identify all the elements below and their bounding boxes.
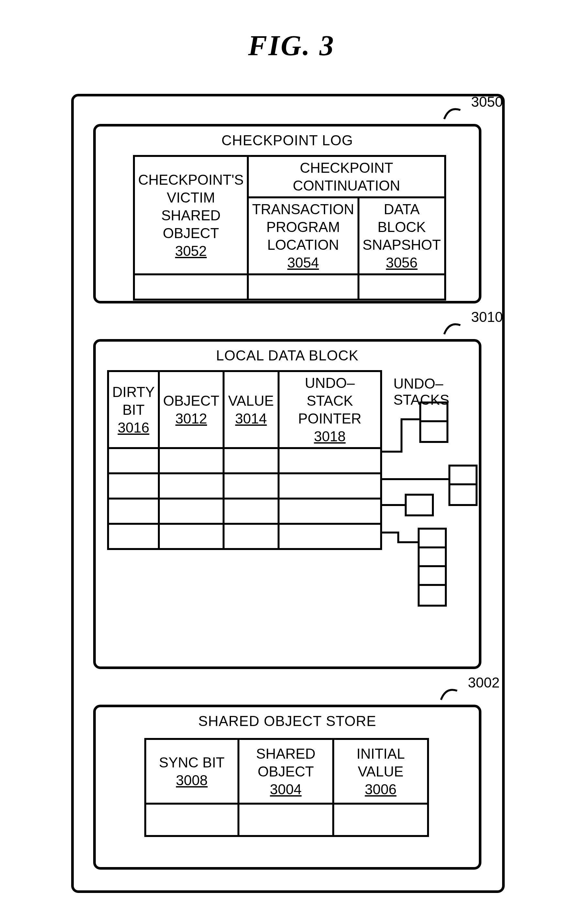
figure-title: FIG. 3 — [0, 29, 583, 62]
dirty-bit-header: DIRTY BIT 3016 — [108, 371, 159, 448]
object-label: OBJECT — [163, 393, 220, 409]
sync-bit-label: SYNC BIT — [159, 754, 225, 771]
snapshot-l3: SNAPSHOT — [363, 237, 441, 252]
victim-l3: OBJECT — [163, 225, 219, 241]
undo-ptr-l2: POINTER — [298, 411, 362, 426]
txn-loc-l1: TRANSACTION — [252, 201, 354, 217]
undo-ptr-header: UNDO–STACK POINTER 3018 — [279, 371, 381, 448]
shared-obj-ref: 3004 — [270, 781, 302, 797]
txn-loc-l2: PROGRAM — [266, 219, 340, 235]
value-ref: 3014 — [235, 411, 267, 426]
local-data-block-box: LOCAL DATA BLOCK DIRTY BIT 3016 OBJECT 3… — [93, 339, 481, 669]
checkpoint-log-row — [134, 274, 445, 300]
snapshot-l2: BLOCK — [378, 219, 426, 235]
checkpoint-log-ref: 3050 — [471, 94, 503, 110]
continuation-header: CHECKPOINT CONTINUATION — [248, 156, 445, 197]
local-data-block-table: DIRTY BIT 3016 OBJECT 3012 VALUE 3014 UN… — [107, 370, 382, 550]
sync-bit-ref: 3008 — [176, 772, 208, 788]
txn-loc-ref: 3054 — [287, 255, 319, 271]
initial-val-header: INITIAL VALUE 3006 — [333, 739, 428, 804]
local-data-block-ref: 3010 — [471, 309, 503, 325]
victim-header-cell: CHECKPOINT'S VICTIM SHARED OBJECT 3052 — [134, 156, 248, 274]
value-label: VALUE — [228, 393, 274, 409]
undo-ptr-l1: UNDO–STACK — [305, 375, 355, 409]
table-row — [108, 474, 381, 498]
table-row — [108, 448, 381, 474]
victim-l2: VICTIM SHARED — [161, 190, 220, 223]
local-data-block-title: LOCAL DATA BLOCK — [96, 348, 479, 364]
dirty-bit-ref: 3016 — [118, 420, 149, 436]
dirty-bit-l2: BIT — [122, 402, 144, 417]
shared-object-store-box: SHARED OBJECT STORE SYNC BIT 3008 SHARED… — [93, 705, 481, 870]
checkpoint-log-title: CHECKPOINT LOG — [96, 132, 479, 148]
connector-3 — [382, 497, 421, 516]
undo-ptr-ref: 3018 — [314, 428, 345, 444]
snapshot-ref: 3056 — [386, 255, 418, 271]
txn-loc-header: TRANSACTION PROGRAM LOCATION 3054 — [248, 197, 358, 274]
object-ref: 3012 — [175, 411, 207, 426]
page: FIG. 3 CHECKPOINT LOG CHECKPOINT'S VICTI… — [0, 0, 583, 924]
sync-bit-header: SYNC BIT 3008 — [145, 739, 238, 804]
connector-2 — [382, 469, 463, 489]
shared-object-store-ref: 3002 — [468, 675, 500, 690]
local-data-block-ref-tag: 3010 — [443, 318, 501, 341]
table-row — [145, 804, 428, 836]
shared-obj-l1: SHARED — [256, 746, 315, 762]
undo-stack-1 — [419, 401, 448, 443]
object-header: OBJECT 3012 — [159, 371, 223, 448]
shared-object-store-table: SYNC BIT 3008 SHARED OBJECT 3004 INITIAL… — [144, 738, 429, 837]
connector-4 — [382, 523, 434, 549]
checkpoint-log-box: CHECKPOINT LOG CHECKPOINT'S VICTIM SHARE… — [93, 124, 481, 304]
shared-object-store-ref-tag: 3002 — [439, 684, 497, 706]
victim-l1: CHECKPOINT'S — [138, 172, 244, 188]
initial-val-l1: INITIAL — [357, 746, 405, 762]
txn-loc-l3: LOCATION — [267, 237, 339, 252]
shared-obj-header: SHARED OBJECT 3004 — [238, 739, 334, 804]
snapshot-header: DATA BLOCK SNAPSHOT 3056 — [358, 197, 445, 274]
initial-val-ref: 3006 — [365, 781, 396, 797]
dirty-bit-l1: DIRTY — [112, 384, 155, 400]
initial-val-l2: VALUE — [358, 764, 403, 779]
value-header: VALUE 3014 — [223, 371, 279, 448]
shared-obj-l2: OBJECT — [258, 764, 314, 779]
shared-object-store-title: SHARED OBJECT STORE — [96, 713, 479, 729]
table-row — [108, 524, 381, 549]
checkpoint-log-ref-tag: 3050 — [443, 103, 501, 125]
victim-ref: 3052 — [175, 243, 207, 259]
outer-frame: CHECKPOINT LOG CHECKPOINT'S VICTIM SHARE… — [71, 94, 505, 893]
table-row — [108, 498, 381, 524]
checkpoint-log-table: CHECKPOINT'S VICTIM SHARED OBJECT 3052 C… — [133, 155, 446, 300]
snapshot-l1: DATA — [384, 201, 419, 217]
